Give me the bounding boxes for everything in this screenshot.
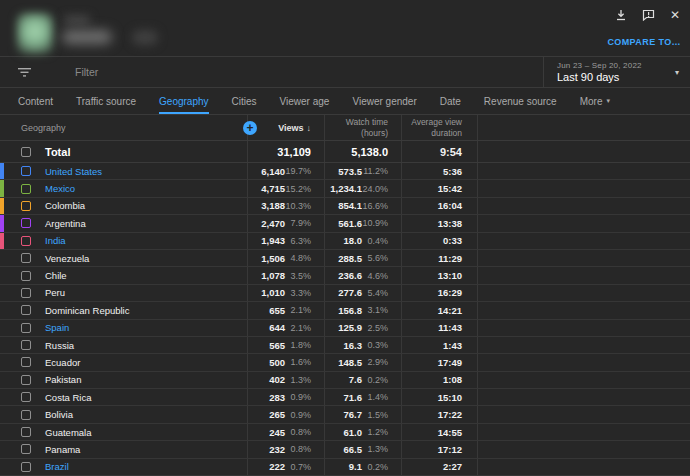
country-name[interactable]: United States bbox=[45, 166, 102, 177]
row-checkbox[interactable] bbox=[21, 427, 31, 437]
table-row[interactable]: Bolivia 265 0.9% 76.7 1.5% 17:22 bbox=[0, 406, 690, 423]
views-value: 6,140 bbox=[261, 166, 285, 177]
table-row[interactable]: India 1,943 6.3% 18.0 0.4% 0:33 bbox=[0, 233, 690, 250]
row-checkbox[interactable] bbox=[21, 462, 31, 472]
add-metric-button[interactable]: + bbox=[243, 121, 257, 135]
series-color-stripe bbox=[0, 389, 4, 405]
filter-input[interactable] bbox=[75, 66, 543, 78]
watch-time-percent: 2.5% bbox=[362, 323, 401, 333]
series-color-stripe bbox=[0, 302, 4, 318]
row-checkbox[interactable] bbox=[21, 218, 31, 228]
tab-content[interactable]: Content bbox=[18, 88, 53, 114]
avg-duration-value: 13:10 bbox=[438, 270, 462, 281]
watch-time-value: 71.6 bbox=[344, 392, 363, 403]
table-row[interactable]: Mexico 4,715 15.2% 1,234.1 24.0% 15:42 bbox=[0, 180, 690, 197]
table-row[interactable]: Brazil 222 0.7% 9.1 0.2% 2:27 bbox=[0, 459, 690, 476]
views-value: 1,078 bbox=[261, 270, 285, 281]
country-name[interactable]: Spain bbox=[45, 322, 69, 333]
chevron-down-icon: ▾ bbox=[675, 68, 679, 77]
row-checkbox[interactable] bbox=[21, 253, 31, 263]
date-range-selector[interactable]: Jun 23 – Sep 20, 2022 Last 90 days ▾ bbox=[543, 57, 690, 87]
download-icon[interactable] bbox=[614, 8, 628, 22]
tab-viewer-age[interactable]: Viewer age bbox=[280, 88, 330, 114]
table-row[interactable]: Colombia 3,188 10.3% 854.1 16.6% 16:04 bbox=[0, 198, 690, 215]
table-row[interactable]: United States 6,140 19.7% 573.5 11.2% 5:… bbox=[0, 163, 690, 180]
row-checkbox[interactable] bbox=[21, 271, 31, 281]
tab-revenue-source[interactable]: Revenue source bbox=[484, 88, 557, 114]
table-row[interactable]: Guatemala 245 0.8% 61.0 1.2% 14:55 bbox=[0, 424, 690, 441]
row-checkbox[interactable] bbox=[21, 375, 31, 385]
column-header-geography[interactable]: Geography bbox=[0, 115, 248, 140]
column-header-watch-time[interactable]: Watch time (hours) bbox=[325, 115, 402, 140]
country-name: Pakistan bbox=[45, 374, 81, 385]
table-row[interactable]: Venezuela 1,506 4.8% 288.5 5.6% 11:29 bbox=[0, 250, 690, 267]
filter-bar: Jun 23 – Sep 20, 2022 Last 90 days ▾ bbox=[0, 57, 690, 88]
table-row[interactable]: Dominican Republic 655 2.1% 156.8 3.1% 1… bbox=[0, 302, 690, 319]
total-checkbox[interactable] bbox=[21, 147, 31, 157]
row-checkbox[interactable] bbox=[21, 444, 31, 454]
filter-icon bbox=[18, 63, 31, 81]
tab-date[interactable]: Date bbox=[440, 88, 461, 114]
views-percent: 0.8% bbox=[285, 444, 324, 454]
avg-duration-value: 11:29 bbox=[438, 253, 462, 264]
tab-geography[interactable]: Geography bbox=[159, 88, 208, 114]
country-name: Ecuador bbox=[45, 357, 80, 368]
country-name: Argentina bbox=[45, 218, 86, 229]
row-checkbox[interactable] bbox=[21, 236, 31, 246]
row-checkbox[interactable] bbox=[21, 392, 31, 402]
watch-time-value: 66.5 bbox=[344, 444, 363, 455]
country-name: Costa Rica bbox=[45, 392, 91, 403]
table-row[interactable]: Spain 644 2.1% 125.9 2.5% 11:43 bbox=[0, 320, 690, 337]
avg-duration-value: 5:36 bbox=[443, 166, 462, 177]
row-checkbox[interactable] bbox=[21, 340, 31, 350]
tab-traffic-source[interactable]: Traffic source bbox=[76, 88, 136, 114]
tab-cities[interactable]: Cities bbox=[232, 88, 257, 114]
column-header-views[interactable]: Views ↓ bbox=[248, 115, 325, 140]
row-checkbox[interactable] bbox=[21, 166, 31, 176]
table-row[interactable]: Panama 232 0.8% 66.5 1.3% 17:12 bbox=[0, 441, 690, 458]
row-checkbox[interactable] bbox=[21, 288, 31, 298]
country-name[interactable]: Brazil bbox=[45, 461, 69, 472]
watch-time-percent: 24.0% bbox=[362, 184, 401, 194]
views-percent: 15.2% bbox=[285, 184, 324, 194]
avg-duration-value: 14:21 bbox=[438, 305, 462, 316]
watch-time-percent: 0.2% bbox=[362, 375, 401, 385]
table-row[interactable]: Costa Rica 283 0.9% 71.6 1.4% 15:10 bbox=[0, 389, 690, 406]
row-checkbox[interactable] bbox=[21, 357, 31, 367]
views-value: 245 bbox=[269, 427, 285, 438]
views-value: 222 bbox=[269, 461, 285, 472]
column-header-avg-duration[interactable]: Average view duration bbox=[402, 115, 478, 140]
row-checkbox[interactable] bbox=[21, 201, 31, 211]
row-checkbox[interactable] bbox=[21, 184, 31, 194]
table-row[interactable]: Pakistan 402 1.3% 7.6 0.2% 1:08 bbox=[0, 372, 690, 389]
country-name[interactable]: India bbox=[45, 235, 66, 246]
row-checkbox[interactable] bbox=[21, 410, 31, 420]
country-name: Peru bbox=[45, 287, 65, 298]
views-value: 402 bbox=[269, 374, 285, 385]
country-name[interactable]: Mexico bbox=[45, 183, 75, 194]
table-row[interactable]: Russia 565 1.8% 16.3 0.3% 1:43 bbox=[0, 337, 690, 354]
avg-duration-value: 0:33 bbox=[443, 235, 462, 246]
sort-desc-icon: ↓ bbox=[307, 123, 312, 133]
series-color-stripe bbox=[0, 215, 4, 231]
row-checkbox[interactable] bbox=[21, 323, 31, 333]
table-row[interactable]: Peru 1,010 3.3% 277.6 5.4% 16:29 bbox=[0, 285, 690, 302]
table-row[interactable]: Chile 1,078 3.5% 236.6 4.6% 13:10 bbox=[0, 267, 690, 284]
close-icon[interactable]: ✕ bbox=[668, 8, 682, 22]
country-name: Colombia bbox=[45, 200, 85, 211]
views-percent: 0.8% bbox=[285, 427, 324, 437]
compare-to-link[interactable]: COMPARE TO… bbox=[607, 37, 681, 47]
watch-time-percent: 2.9% bbox=[362, 357, 401, 367]
table-row[interactable]: Argentina 2,470 7.9% 561.6 10.9% 13:38 bbox=[0, 215, 690, 232]
watch-time-percent: 0.4% bbox=[362, 236, 401, 246]
avg-duration-value: 2:27 bbox=[443, 461, 462, 472]
video-title-blurred bbox=[62, 30, 112, 44]
tab-more[interactable]: More▾ bbox=[580, 88, 610, 114]
modal-topbar: ✕ COMPARE TO… bbox=[0, 0, 690, 57]
views-percent: 0.9% bbox=[285, 410, 324, 420]
row-checkbox[interactable] bbox=[21, 305, 31, 315]
total-avg-duration: 9:54 bbox=[440, 146, 462, 158]
feedback-icon[interactable] bbox=[641, 8, 655, 22]
tab-viewer-gender[interactable]: Viewer gender bbox=[352, 88, 416, 114]
table-row[interactable]: Ecuador 500 1.6% 148.5 2.9% 17:49 bbox=[0, 354, 690, 371]
